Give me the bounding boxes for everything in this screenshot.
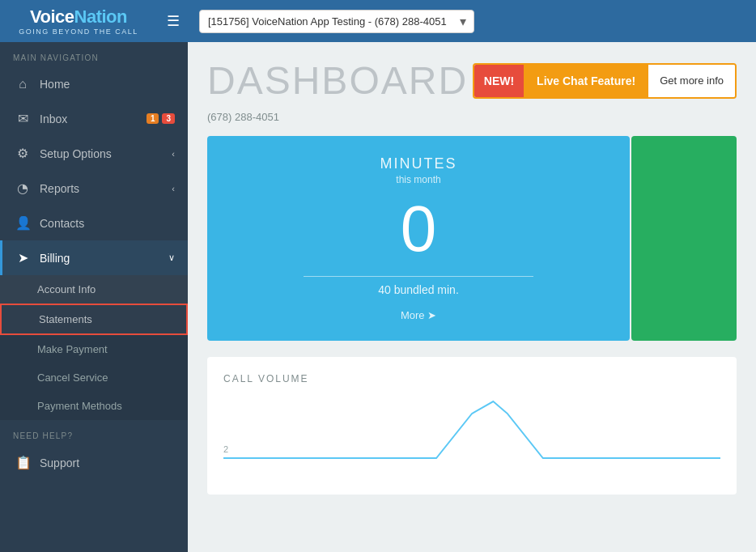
sidebar-item-make-payment[interactable]: Make Payment: [0, 335, 188, 363]
setup-chevron-icon: ‹: [172, 149, 175, 159]
account-select-wrapper[interactable]: [151756] VoiceNation App Testing - (678)…: [199, 10, 474, 33]
billing-submenu: Account Info Statements Make Payment Can…: [0, 275, 188, 420]
sidebar-item-account-info[interactable]: Account Info: [0, 275, 188, 304]
account-info-label: Account Info: [37, 283, 96, 295]
phone-display: (678) 288-4051: [188, 111, 756, 136]
sidebar-item-support[interactable]: 📋 Support: [0, 445, 188, 480]
home-icon: ⌂: [15, 77, 30, 91]
green-card: [631, 136, 737, 341]
banner-feature-label: Live Chat Feature!: [524, 65, 648, 97]
sidebar-item-home[interactable]: ⌂ Home: [0, 67, 188, 101]
call-volume-section: CALL VOLUME 2: [207, 357, 737, 495]
content-area: DASHBOARD NEW! Live Chat Feature! Get mo…: [188, 42, 756, 552]
statements-label: Statements: [39, 313, 92, 325]
inbox-badges: 1 3: [147, 113, 175, 124]
reports-chevron-icon: ‹: [172, 184, 175, 193]
hamburger-button[interactable]: ☰: [160, 9, 186, 33]
sidebar-item-reports[interactable]: ◔ Reports ‹: [0, 171, 188, 206]
dashboard-header: DASHBOARD NEW! Live Chat Feature! Get mo…: [188, 42, 756, 111]
setup-icon: ⚙: [15, 146, 30, 161]
sidebar-item-reports-label: Reports: [40, 182, 162, 195]
sidebar-item-setup-label: Setup Options: [40, 147, 162, 160]
sidebar-item-payment-methods[interactable]: Payment Methods: [0, 392, 188, 420]
minutes-card-desc: 40 bundled min.: [378, 283, 459, 296]
contacts-icon: 👤: [15, 215, 30, 231]
chart-y-label: 2: [223, 444, 228, 454]
logo-text: VoiceNation: [30, 6, 127, 28]
sidebar: Main Navigation ⌂ Home ✉ Inbox 1 3 ⚙ Set…: [0, 42, 188, 552]
sidebar-item-contacts[interactable]: 👤 Contacts: [0, 206, 188, 240]
sidebar-item-inbox[interactable]: ✉ Inbox 1 3: [0, 101, 188, 136]
minutes-card-subtitle: this month: [396, 174, 440, 185]
sidebar-item-statements[interactable]: Statements: [0, 304, 188, 335]
sidebar-item-cancel-service[interactable]: Cancel Service: [0, 363, 188, 392]
call-volume-title: CALL VOLUME: [223, 373, 720, 384]
inbox-badge-1: 1: [147, 113, 159, 124]
sidebar-item-home-label: Home: [40, 78, 175, 91]
sidebar-item-inbox-label: Inbox: [40, 113, 137, 125]
get-more-info-button[interactable]: Get more info: [648, 65, 735, 97]
call-volume-chart: [223, 397, 720, 462]
need-help-label: Need Help?: [0, 420, 188, 445]
logo: VoiceNation Going Beyond The Call: [10, 6, 147, 36]
logo-voice: Voice: [30, 6, 74, 27]
sidebar-item-setup-options[interactable]: ⚙ Setup Options ‹: [0, 136, 188, 171]
sidebar-item-billing[interactable]: ➤ Billing ∨: [0, 240, 188, 275]
sidebar-item-billing-label: Billing: [40, 252, 159, 265]
page-title: DASHBOARD: [207, 58, 468, 103]
logo-tagline: Going Beyond The Call: [19, 28, 138, 36]
live-chat-banner: NEW! Live Chat Feature! Get more info: [473, 63, 737, 99]
support-icon: 📋: [15, 455, 30, 470]
minutes-card: MINUTES this month 0 40 bundled min. Mor…: [207, 136, 630, 341]
inbox-badge-2: 3: [162, 113, 175, 124]
cancel-service-label: Cancel Service: [37, 372, 108, 384]
minutes-card-title: MINUTES: [380, 155, 457, 172]
sidebar-item-contacts-label: Contacts: [40, 217, 175, 230]
stats-row: MINUTES this month 0 40 bundled min. Mor…: [207, 136, 737, 341]
minutes-card-value: 0: [401, 193, 437, 265]
account-select[interactable]: [151756] VoiceNation App Testing - (678)…: [199, 10, 474, 33]
billing-icon: ➤: [15, 250, 30, 265]
topbar: VoiceNation Going Beyond The Call ☰ [151…: [0, 0, 756, 42]
make-payment-label: Make Payment: [37, 343, 108, 355]
minutes-card-divider: [304, 276, 533, 277]
inbox-icon: ✉: [15, 111, 30, 126]
main-nav-label: Main Navigation: [0, 42, 188, 67]
chart-area: 2: [223, 397, 720, 478]
minutes-more-button[interactable]: More ➤: [401, 296, 436, 321]
sidebar-item-support-label: Support: [40, 456, 175, 469]
logo-nation: Nation: [74, 6, 127, 27]
billing-chevron-icon: ∨: [168, 253, 175, 263]
banner-new-label: NEW!: [474, 65, 524, 97]
main-layout: Main Navigation ⌂ Home ✉ Inbox 1 3 ⚙ Set…: [0, 42, 756, 552]
payment-methods-label: Payment Methods: [37, 400, 122, 412]
reports-icon: ◔: [15, 180, 30, 196]
